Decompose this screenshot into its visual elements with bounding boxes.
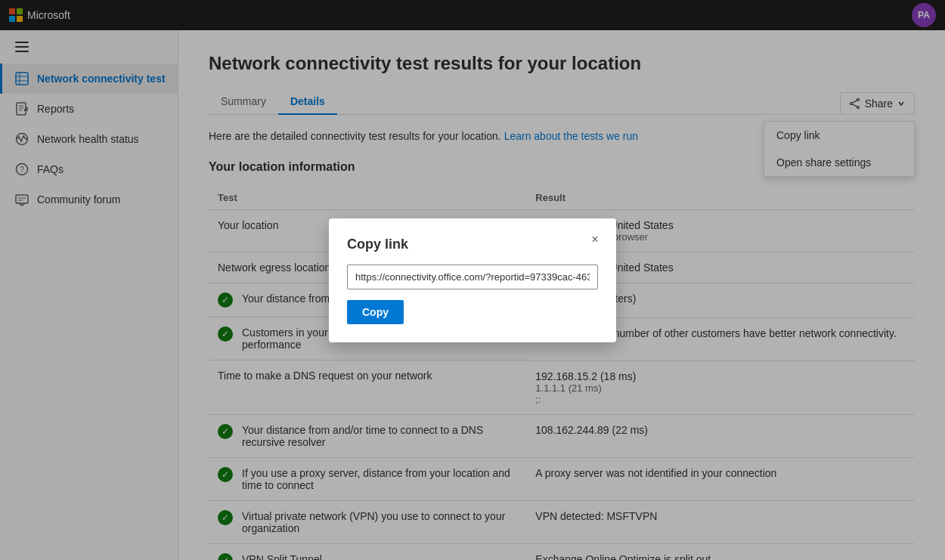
copy-link-modal: Copy link × Copy — [329, 218, 616, 342]
modal-close-button[interactable]: × — [586, 230, 604, 249]
copy-button[interactable]: Copy — [347, 300, 404, 324]
copy-link-input[interactable] — [347, 265, 598, 289]
modal-overlay[interactable]: Copy link × Copy — [0, 0, 945, 560]
modal-title: Copy link — [347, 237, 598, 252]
